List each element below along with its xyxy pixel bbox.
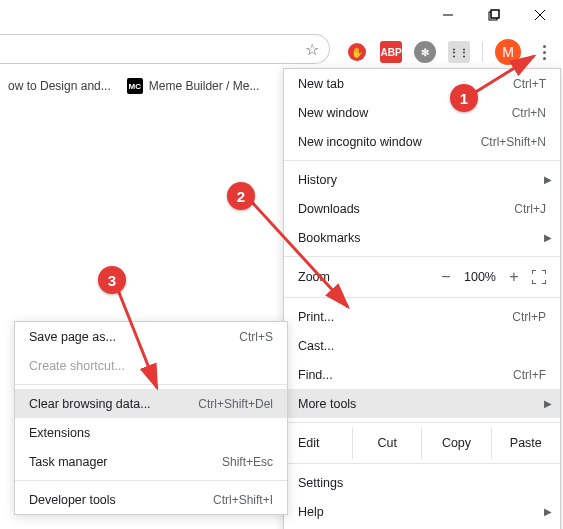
separator — [15, 384, 287, 385]
menu-downloads[interactable]: DownloadsCtrl+J — [284, 194, 560, 223]
submenu-clear-browsing-data[interactable]: Clear browsing data...Ctrl+Shift+Del — [15, 389, 287, 418]
chrome-menu: New tabCtrl+T New windowCtrl+N New incog… — [283, 68, 561, 529]
annotation-badge-3: 3 — [98, 266, 126, 294]
copy-button[interactable]: Copy — [421, 427, 490, 459]
toolbar: ✋ ABP ✻ ⋮⋮ M — [0, 34, 563, 70]
annotation-badge-2: 2 — [227, 182, 255, 210]
separator — [284, 422, 560, 423]
fullscreen-icon[interactable] — [532, 270, 546, 284]
maximize-button[interactable] — [471, 0, 517, 30]
separator — [284, 256, 560, 257]
favicon: MC — [127, 78, 143, 94]
chevron-right-icon: ▶ — [544, 506, 552, 517]
menu-find[interactable]: Find...Ctrl+F — [284, 360, 560, 389]
menu-settings[interactable]: Settings — [284, 468, 560, 497]
zoom-in-button[interactable]: + — [504, 268, 524, 286]
bookmarks-bar: ow to Design and... MC Meme Builder / Me… — [0, 70, 259, 102]
chevron-right-icon: ▶ — [544, 232, 552, 243]
zoom-out-button[interactable]: − — [436, 268, 456, 286]
submenu-save-page[interactable]: Save page as...Ctrl+S — [15, 322, 287, 351]
menu-new-window[interactable]: New windowCtrl+N — [284, 98, 560, 127]
paste-button[interactable]: Paste — [491, 427, 560, 459]
minimize-button[interactable] — [425, 0, 471, 30]
bookmark-label: Meme Builder / Me... — [149, 79, 260, 93]
more-tools-submenu: Save page as...Ctrl+S Create shortcut...… — [14, 321, 288, 515]
submenu-extensions[interactable]: Extensions — [15, 418, 287, 447]
bookmark-item[interactable]: ow to Design and... — [8, 79, 111, 93]
svg-rect-2 — [491, 10, 499, 18]
annotation-badge-1: 1 — [450, 84, 478, 112]
close-button[interactable] — [517, 0, 563, 30]
ublock-icon[interactable]: ✋ — [346, 41, 368, 63]
menu-cast[interactable]: Cast... — [284, 331, 560, 360]
menu-help[interactable]: Help▶ — [284, 497, 560, 526]
menu-history[interactable]: History▶ — [284, 165, 560, 194]
menu-edit: Edit Cut Copy Paste — [284, 427, 560, 459]
menu-bookmarks[interactable]: Bookmarks▶ — [284, 223, 560, 252]
separator — [15, 480, 287, 481]
bookmark-label: ow to Design and... — [8, 79, 111, 93]
window-controls — [425, 0, 563, 30]
menu-print[interactable]: Print...Ctrl+P — [284, 302, 560, 331]
separator — [284, 297, 560, 298]
submenu-create-shortcut: Create shortcut... — [15, 351, 287, 380]
submenu-task-manager[interactable]: Task managerShift+Esc — [15, 447, 287, 476]
chevron-right-icon: ▶ — [544, 174, 552, 185]
menu-incognito[interactable]: New incognito windowCtrl+Shift+N — [284, 127, 560, 156]
submenu-developer-tools[interactable]: Developer toolsCtrl+Shift+I — [15, 485, 287, 514]
chevron-right-icon: ▶ — [544, 398, 552, 409]
separator — [482, 42, 483, 62]
bookmark-item[interactable]: MC Meme Builder / Me... — [127, 78, 260, 94]
profile-avatar[interactable]: M — [495, 39, 521, 65]
separator — [284, 463, 560, 464]
separator — [284, 160, 560, 161]
cut-button[interactable]: Cut — [352, 427, 421, 459]
extension-icon[interactable]: ⋮⋮ — [448, 41, 470, 63]
extension-icon[interactable]: ✻ — [414, 41, 436, 63]
menu-more-tools[interactable]: More tools▶ — [284, 389, 560, 418]
adblock-icon[interactable]: ABP — [380, 41, 402, 63]
menu-new-tab[interactable]: New tabCtrl+T — [284, 69, 560, 98]
menu-zoom: Zoom − 100% + — [284, 261, 560, 293]
zoom-value: 100% — [464, 270, 496, 284]
menu-button[interactable] — [533, 39, 555, 65]
